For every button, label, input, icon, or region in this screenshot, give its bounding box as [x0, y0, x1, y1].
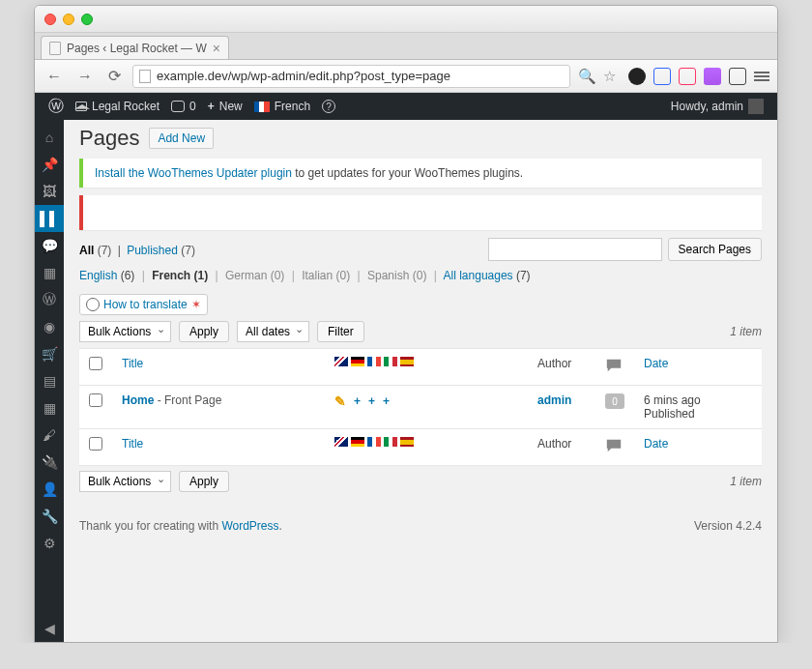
column-title[interactable]: Title: [122, 357, 143, 370]
date-filter-select[interactable]: All dates: [237, 321, 309, 342]
lang-all[interactable]: All languages: [444, 269, 513, 282]
sidebar-wpml[interactable]: ◉: [35, 313, 64, 340]
flag-en-icon: [334, 357, 348, 366]
extension-icon-3[interactable]: [679, 68, 696, 85]
comments-count: 0: [189, 100, 196, 113]
sidebar-products[interactable]: 🛒: [35, 340, 64, 367]
column-title-foot[interactable]: Title: [122, 437, 143, 451]
browser-menu-button[interactable]: [754, 72, 769, 81]
row-title-link[interactable]: Home: [122, 393, 154, 407]
add-translation-es[interactable]: +: [383, 394, 390, 408]
language-switcher[interactable]: French: [248, 100, 316, 113]
search-button[interactable]: Search Pages: [668, 238, 762, 261]
pages-table: Title Author: [79, 348, 762, 465]
wp-body: ⌂ 📌 🖼 ▌▌ 💬 ▦ Ⓦ ◉ 🛒 ▤ ▦ 🖌 🔌 👤 🔧 ⚙ ◀ Pages…: [35, 120, 777, 642]
wp-adminbar: ⓦ Legal Rocket 0 + New French ? Howdy, a…: [35, 93, 777, 120]
browser-tabstrip: Pages ‹ Legal Rocket — W ×: [35, 33, 777, 60]
sidebar-plugins[interactable]: 🔌: [35, 449, 64, 476]
lang-french[interactable]: French (1): [152, 269, 208, 282]
site-name-label: Legal Rocket: [92, 100, 160, 113]
sidebar-media[interactable]: 🖼: [35, 178, 64, 205]
bulk-actions-select-bottom[interactable]: Bulk Actions: [79, 471, 171, 492]
item-count-top: 1 item: [730, 325, 762, 338]
flag-de-icon: [351, 437, 364, 447]
column-comments: [595, 349, 634, 386]
sidebar-appearance[interactable]: 🖌: [35, 422, 64, 449]
bulk-actions-select[interactable]: Bulk Actions: [79, 321, 171, 342]
reload-button[interactable]: ⟳: [104, 65, 125, 87]
status-all[interactable]: All: [79, 244, 94, 257]
flag-it-icon: [384, 437, 397, 447]
sidebar-settings[interactable]: ⚙: [35, 530, 64, 557]
minimize-window-button[interactable]: [63, 14, 74, 25]
back-button[interactable]: ←: [43, 66, 66, 87]
woothemes-install-link[interactable]: Install the WooThemes Updater plugin: [95, 166, 292, 180]
extension-icons: [628, 68, 746, 85]
column-date[interactable]: Date: [644, 357, 668, 370]
comments-menu[interactable]: 0: [165, 100, 202, 113]
sidebar-collapse[interactable]: ◀: [35, 615, 64, 642]
account-menu[interactable]: Howdy, admin: [665, 99, 769, 114]
sidebar-portfolio[interactable]: ▦: [35, 259, 64, 286]
sidebar-woo[interactable]: Ⓦ: [35, 286, 64, 313]
search-icon[interactable]: 🔍: [578, 68, 595, 85]
status-published[interactable]: Published: [127, 244, 178, 257]
site-name-menu[interactable]: Legal Rocket: [70, 100, 165, 113]
page-icon: [139, 70, 151, 83]
extension-icon-1[interactable]: [628, 68, 646, 85]
search-input[interactable]: [488, 238, 662, 261]
close-window-button[interactable]: [44, 14, 56, 25]
help-button[interactable]: ?: [316, 100, 341, 113]
row-checkbox[interactable]: [89, 393, 102, 407]
french-flag-icon: [254, 102, 270, 112]
browser-tab[interactable]: Pages ‹ Legal Rocket — W ×: [41, 36, 229, 59]
new-label: New: [219, 100, 243, 113]
how-to-translate-button[interactable]: How to translate ✶: [79, 294, 208, 315]
extension-icon-4[interactable]: [704, 68, 721, 85]
lang-english[interactable]: English: [79, 269, 117, 282]
comment-icon: [171, 101, 185, 112]
maximize-window-button[interactable]: [81, 14, 93, 25]
lang-italian[interactable]: Italian (0): [302, 269, 350, 282]
add-translation-de[interactable]: +: [354, 394, 361, 408]
flag-de-icon: [351, 357, 364, 366]
wp-logo-menu[interactable]: ⓦ: [43, 97, 70, 117]
row-date-relative: 6 mins ago: [644, 393, 752, 407]
sidebar-forms[interactable]: ▤: [35, 367, 64, 394]
bulk-apply-button-bottom[interactable]: Apply: [179, 471, 229, 492]
bulk-apply-button-top[interactable]: Apply: [179, 321, 229, 342]
extension-icon-2[interactable]: [653, 68, 671, 85]
status-published-count: (7): [178, 244, 195, 257]
sidebar-users[interactable]: 👤: [35, 476, 64, 503]
sidebar-calendar[interactable]: ▦: [35, 394, 64, 422]
flag-en-icon: [334, 437, 348, 447]
close-tab-button[interactable]: ×: [213, 41, 220, 56]
footer-wp-link[interactable]: WordPress: [221, 519, 278, 533]
bookmark-icon[interactable]: ☆: [603, 68, 621, 85]
add-new-button[interactable]: Add New: [149, 128, 214, 149]
select-all-top[interactable]: [89, 357, 102, 370]
column-date-foot[interactable]: Date: [644, 437, 668, 451]
lang-german[interactable]: German (0): [225, 269, 284, 282]
extension-icon-5[interactable]: [729, 68, 746, 85]
add-translation-it[interactable]: +: [368, 394, 375, 408]
select-all-bottom[interactable]: [89, 437, 102, 451]
edit-translation-icon[interactable]: ✎: [334, 393, 346, 409]
sidebar-tools[interactable]: 🔧: [35, 503, 64, 530]
new-content-menu[interactable]: + New: [202, 100, 248, 113]
flag-es-icon: [400, 437, 414, 447]
sidebar-posts[interactable]: 📌: [35, 151, 64, 178]
row-author-link[interactable]: admin: [537, 393, 571, 407]
sidebar-dashboard[interactable]: ⌂: [35, 124, 64, 151]
address-bar[interactable]: example.dev/wp/wp-admin/edit.php?post_ty…: [132, 65, 570, 88]
footer-thankyou: Thank you for creating with: [79, 519, 221, 533]
comment-icon: [605, 357, 623, 374]
url-text: example.dev/wp/wp-admin/edit.php?post_ty…: [157, 69, 450, 83]
sidebar-comments[interactable]: 💬: [35, 232, 64, 259]
row-comments-badge[interactable]: 0: [605, 393, 624, 409]
sidebar-pages[interactable]: ▌▌: [35, 205, 64, 232]
lang-spanish[interactable]: Spanish (0): [367, 269, 426, 282]
comment-icon: [605, 437, 623, 454]
forward-button[interactable]: →: [73, 66, 97, 87]
filter-button[interactable]: Filter: [317, 321, 364, 342]
